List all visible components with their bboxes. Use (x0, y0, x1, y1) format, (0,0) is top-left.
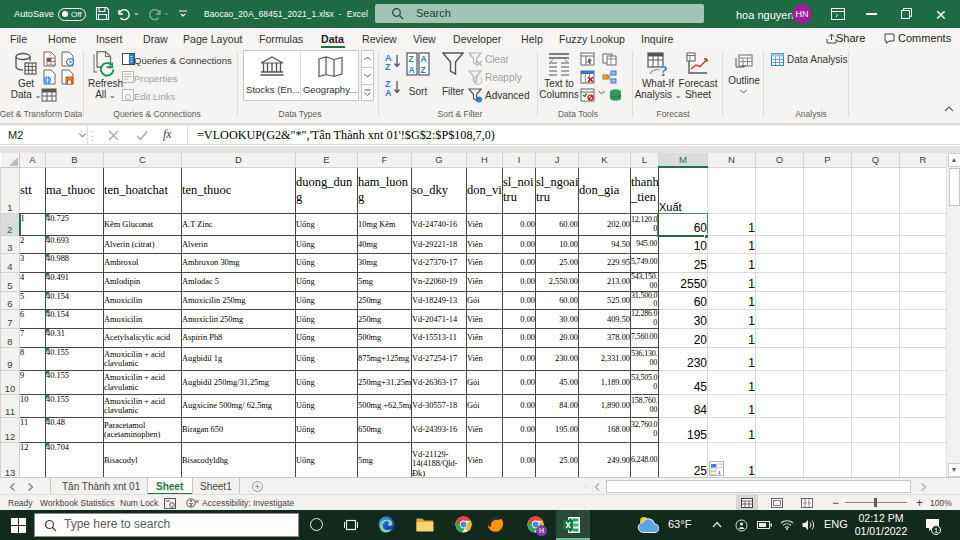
svg-text:A: A (409, 65, 415, 75)
svg-text:?: ? (660, 63, 668, 76)
svg-text:Z: Z (421, 65, 426, 75)
svg-text:A: A (385, 88, 392, 96)
svg-text:Z: Z (385, 62, 391, 70)
svg-text:A: A (421, 54, 427, 64)
svg-text:Z: Z (409, 54, 414, 64)
